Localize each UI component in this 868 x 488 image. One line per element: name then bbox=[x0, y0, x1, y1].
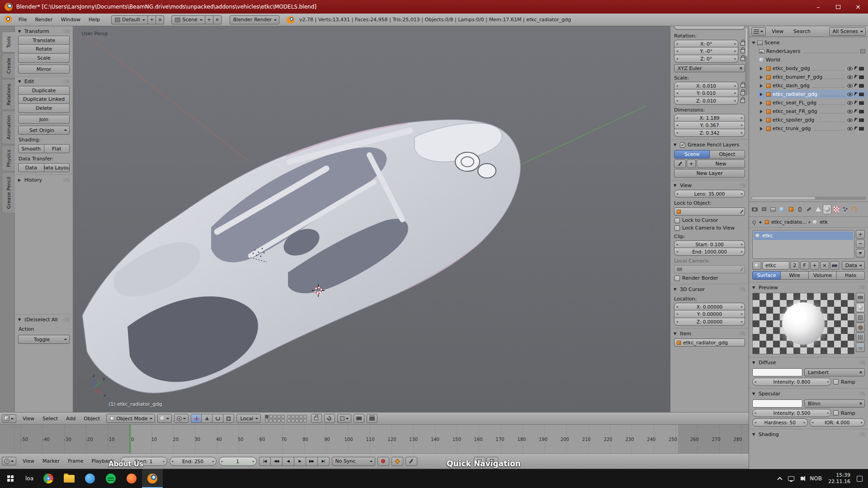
constraints-properties-tab[interactable] bbox=[796, 204, 804, 214]
maximize-button[interactable] bbox=[828, 0, 848, 14]
sky-preview-type-button[interactable] bbox=[856, 343, 865, 352]
transport-button[interactable]: ▶ bbox=[294, 457, 306, 466]
expand-icon[interactable] bbox=[760, 93, 764, 96]
lock-icon[interactable] bbox=[741, 49, 745, 53]
outliner-object-row[interactable]: etkc_seat_FR_gdg bbox=[757, 107, 867, 116]
preview-panel-header[interactable]: Preview bbox=[749, 282, 868, 292]
edit-panel-header[interactable]: Edit bbox=[15, 76, 73, 86]
cursor-location-field[interactable]: X: 0.00000 bbox=[674, 303, 745, 310]
browse-material-button[interactable] bbox=[752, 261, 761, 270]
specular-panel-header[interactable]: Specular bbox=[749, 388, 868, 398]
outliner-object-row[interactable]: etkc_radiator_gdg bbox=[757, 90, 867, 99]
viewport-menu-item[interactable]: View bbox=[19, 416, 38, 422]
viewport-menu-item[interactable]: Add bbox=[62, 416, 80, 422]
ior-field[interactable]: IOR: 4.000 bbox=[810, 418, 865, 427]
visibility-icon[interactable] bbox=[847, 127, 853, 131]
scene-dropdown[interactable]: Scene bbox=[171, 15, 205, 24]
add-slot-button[interactable] bbox=[856, 230, 865, 239]
tool-tab[interactable]: Grease Pencil bbox=[2, 172, 15, 213]
outliner-object-row[interactable]: etkc_seat_FL_gdg bbox=[757, 99, 867, 107]
editor-type-dropdown[interactable] bbox=[2, 457, 16, 465]
renderlayers-properties-tab[interactable] bbox=[760, 204, 768, 214]
selectability-icon[interactable] bbox=[854, 83, 858, 88]
material-type-tab[interactable]: Halo bbox=[837, 271, 865, 280]
material-slots-list[interactable]: etkc bbox=[752, 230, 854, 259]
menu-item[interactable]: File bbox=[14, 17, 31, 23]
timeline-menu-item[interactable]: Frame bbox=[64, 458, 87, 464]
visibility-icon[interactable] bbox=[847, 67, 853, 70]
outliner-scene-row[interactable]: Scene bbox=[750, 38, 867, 47]
outliner-scrollbar[interactable] bbox=[751, 197, 866, 200]
sphere-preview-type-button[interactable] bbox=[856, 303, 865, 312]
scene-properties-tab[interactable] bbox=[769, 204, 777, 214]
manip-axis-manipulator-button[interactable] bbox=[191, 414, 202, 423]
selectability-icon[interactable] bbox=[854, 66, 858, 70]
transport-button[interactable]: ◀ bbox=[283, 457, 294, 466]
expand-icon[interactable] bbox=[760, 67, 764, 70]
selectability-icon[interactable] bbox=[854, 100, 858, 105]
specular-shader-dropdown[interactable]: Blinn bbox=[804, 399, 865, 408]
add-layout-button[interactable] bbox=[148, 15, 156, 24]
data-button[interactable]: Data bbox=[18, 163, 44, 172]
specular-intensity-slider[interactable]: Intensity: 0.500 bbox=[752, 409, 831, 417]
cursor-location-field[interactable]: Z: 0.00000 bbox=[674, 318, 745, 326]
layer-toggle[interactable] bbox=[265, 415, 269, 418]
data-layout-button[interactable]: Data Layout bbox=[44, 163, 70, 172]
material-properties-tab[interactable] bbox=[823, 204, 831, 214]
outliner-view-menu[interactable]: View bbox=[768, 28, 788, 34]
current-frame-field[interactable]: 1 bbox=[219, 457, 257, 466]
expand-icon[interactable] bbox=[760, 110, 764, 113]
expand-icon[interactable] bbox=[760, 75, 764, 79]
transform-panel-header[interactable]: Transform bbox=[15, 26, 73, 36]
render-engine-dropdown[interactable]: Blender Render bbox=[230, 15, 279, 24]
eyedropper-icon[interactable] bbox=[740, 267, 744, 272]
browse-context-icon[interactable] bbox=[758, 220, 763, 225]
end-frame-field[interactable]: End: 250 bbox=[170, 457, 217, 466]
deselect-panel-header[interactable]: (De)select All bbox=[15, 314, 73, 324]
lock-to-cursor-checkbox[interactable] bbox=[675, 218, 680, 223]
tool-tab[interactable]: Tools bbox=[2, 32, 15, 52]
close-button[interactable]: × bbox=[848, 0, 868, 14]
material-name-field[interactable]: etkc bbox=[762, 261, 789, 270]
tool-button[interactable]: Translate bbox=[18, 36, 70, 45]
visibility-icon[interactable] bbox=[847, 84, 853, 88]
sync-dropdown[interactable]: No Sync bbox=[332, 457, 375, 466]
screen-layout-dropdown[interactable]: Default bbox=[111, 15, 148, 24]
users-count-button[interactable]: 2 bbox=[790, 261, 799, 270]
3d-viewport[interactable]: User Persp (1) etkc_radiator_gdg x y z bbox=[73, 26, 670, 412]
dimension-field[interactable]: X: 1.189 bbox=[674, 114, 745, 122]
opengl-render-button[interactable] bbox=[354, 414, 364, 423]
editor-type-dropdown[interactable] bbox=[2, 414, 16, 423]
shading-panel-header[interactable]: Shading bbox=[749, 429, 868, 439]
cube-preview-type-button[interactable] bbox=[856, 313, 865, 322]
lock-icon[interactable] bbox=[741, 84, 745, 88]
specular-color-swatch[interactable] bbox=[752, 399, 802, 408]
minimize-button[interactable]: – bbox=[808, 0, 828, 14]
rotation-field[interactable]: X: 0° bbox=[674, 40, 738, 47]
manip-scale-manipulator-button[interactable] bbox=[223, 414, 234, 423]
language-indicator[interactable]: NOB bbox=[810, 475, 822, 482]
particles-properties-tab[interactable] bbox=[841, 204, 849, 214]
app-orange-taskbar-app[interactable] bbox=[121, 469, 142, 488]
renderability-icon[interactable] bbox=[859, 93, 864, 96]
network-icon[interactable] bbox=[788, 476, 794, 481]
renderability-icon[interactable] bbox=[859, 110, 864, 113]
layers-widget[interactable] bbox=[265, 415, 307, 422]
visibility-icon[interactable] bbox=[847, 93, 853, 96]
selectability-icon[interactable] bbox=[854, 117, 858, 122]
clip-start-field[interactable]: Start: 0.100 bbox=[674, 240, 745, 248]
outliner-object-row[interactable]: etkc_dash_gdg bbox=[757, 81, 867, 90]
data-properties-tab[interactable] bbox=[814, 204, 822, 214]
rotation-field[interactable]: Y: -0° bbox=[674, 47, 738, 55]
tool-button[interactable]: Duplicate Linked bbox=[18, 95, 70, 104]
selectability-icon[interactable] bbox=[854, 92, 858, 96]
expand-icon[interactable] bbox=[760, 127, 764, 131]
hair-preview-type-button[interactable] bbox=[856, 333, 865, 342]
outliner-object-row[interactable]: etkc_bumper_F_gdg bbox=[757, 73, 867, 81]
gp-draw-button[interactable] bbox=[674, 160, 686, 168]
record-button[interactable] bbox=[377, 457, 389, 466]
add-scene-button[interactable] bbox=[205, 15, 213, 24]
remove-slot-button[interactable]: − bbox=[856, 239, 865, 248]
diffuse-intensity-slider[interactable]: Intensity: 0.800 bbox=[752, 378, 831, 386]
tool-tab[interactable]: Animation bbox=[2, 111, 15, 144]
